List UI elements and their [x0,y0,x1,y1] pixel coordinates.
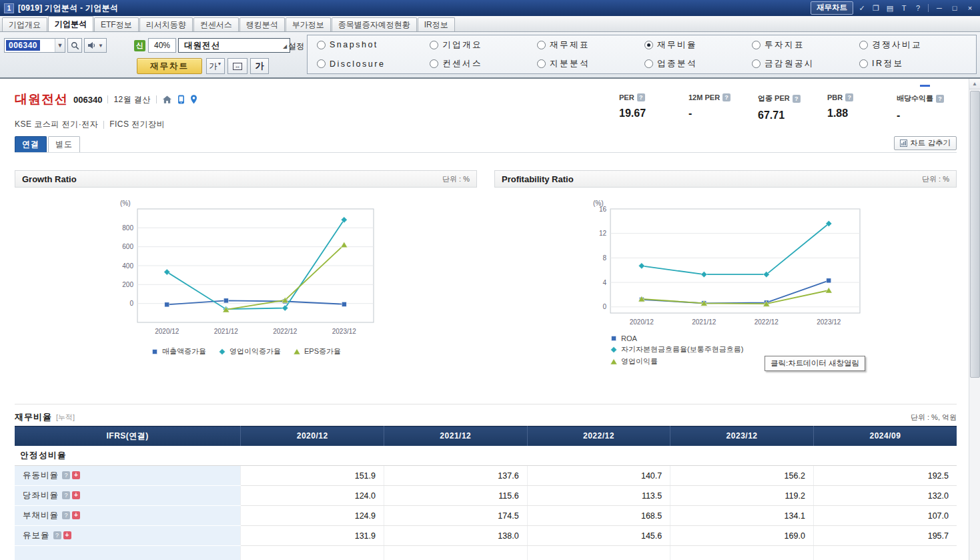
settings-icon: ◢ [283,43,287,49]
view-option-금감원공시[interactable]: 금감원공시 [752,58,859,69]
hide-chart-button[interactable]: 차트 감추기 [894,136,957,150]
subtab-연결[interactable]: 연결 [15,136,47,152]
view-option-컨센서스[interactable]: 컨센서스 [430,58,537,69]
fit-width-button[interactable]: ↔ [227,58,248,74]
add-icon[interactable]: + [72,471,80,479]
titlebar-finance-chart-button[interactable]: 재무차트 [811,1,853,15]
view-option-Disclosure[interactable]: Disclosure [317,59,430,69]
radio-icon[interactable] [752,59,761,68]
scrollbar-thumb[interactable] [970,91,980,378]
mobile-icon[interactable] [177,95,185,104]
text-icon[interactable]: T [899,4,909,12]
help-icon[interactable]: ? [845,93,853,101]
radio-icon[interactable] [859,41,868,49]
radio-icon[interactable] [430,59,438,68]
chart-header: Profitability Ratio 단위 : % [494,170,957,188]
finance-chart-button[interactable]: 재무차트 [137,58,202,74]
help-icon[interactable]: ? [722,93,730,101]
menu-tab-기업개요[interactable]: 기업개요 [2,17,47,31]
company-name: 대원전선 [15,91,68,108]
fics-label: FICS 전기장비 [109,119,165,130]
radio-icon[interactable] [752,41,761,49]
legend-item: 자기자본현금흐름율(보통주현금흐름) [610,344,957,354]
radio-icon[interactable] [537,59,546,68]
view-option-지분분석[interactable]: 지분분석 [537,58,644,69]
view-option-경쟁사비교[interactable]: 경쟁사비교 [859,39,967,51]
radio-icon[interactable] [644,41,653,49]
menu-tab-종목별증자예정현황[interactable]: 종목별증자예정현황 [332,17,417,31]
chevron-down-icon: ▼ [217,61,222,66]
font-increase-button[interactable]: 가 [250,58,269,74]
view-option-투자지표[interactable]: 투자지표 [752,39,859,51]
svg-text:2023/12: 2023/12 [332,328,356,335]
close-button[interactable]: × [964,4,976,12]
value-cell [670,546,814,560]
collapse-dash-icon[interactable] [920,85,930,87]
maximize-button[interactable]: □ [949,4,961,12]
chevron-down-icon[interactable]: ▼ [55,39,65,52]
subtab-별도[interactable]: 별도 [48,136,80,152]
view-option-IR정보[interactable]: IR정보 [859,58,967,69]
scrollbar[interactable]: ▲ [969,79,980,560]
radio-icon[interactable] [644,59,653,68]
menu-tab-리서치동향[interactable]: 리서치동향 [139,17,193,31]
legend-label: 영업이익증가율 [229,346,281,356]
help-icon[interactable]: ? [637,93,645,101]
metric-label: 업종 PER? [758,93,810,103]
check-icon[interactable]: ✓ [857,4,867,13]
svg-text:2020/12: 2020/12 [629,318,654,326]
location-icon[interactable] [190,95,197,104]
window-copy-icon[interactable]: ❐ [871,4,881,13]
legend-label: 매출액증가율 [162,346,206,356]
add-icon[interactable]: + [63,531,71,539]
ratio-select[interactable]: 40% [148,38,176,53]
view-option-label: 투자지표 [765,39,805,51]
settings-button[interactable]: ◢ 설정 [283,41,304,52]
help-icon[interactable]: ? [936,95,944,103]
radio-icon[interactable] [317,59,326,68]
divider [928,4,929,12]
add-icon[interactable]: + [72,491,80,499]
svg-text:400: 400 [122,262,133,270]
menu-tab-기업분석[interactable]: 기업분석 [48,16,93,31]
minimize-button[interactable]: ─ [933,4,945,12]
menu-tab-ETF정보[interactable]: ETF정보 [94,17,139,31]
help-icon[interactable]: ? [62,511,70,519]
value-cell: 124.9 [241,506,384,526]
view-option-기업개요[interactable]: 기업개요 [430,39,537,51]
view-option-Snapshot[interactable]: Snapshot [317,40,430,49]
hide-chart-label: 차트 감추기 [910,138,951,148]
table-row-partial [15,546,957,560]
view-option-재무제표[interactable]: 재무제표 [537,39,644,51]
menu-tab-IR정보[interactable]: IR정보 [418,17,455,31]
radio-icon[interactable] [537,41,546,49]
radio-icon[interactable] [859,59,868,68]
view-option-재무비율[interactable]: 재무비율 [644,39,752,51]
add-icon[interactable]: + [72,511,80,519]
font-decrease-button[interactable]: 가▼ [206,58,225,74]
profitability-ratio-chart[interactable]: 0481216(%)2020/122021/122022/122023/12 [576,198,876,330]
radio-icon[interactable] [430,41,438,49]
growth-ratio-chart[interactable]: 0200400600800(%)2020/122021/122022/12202… [103,198,390,340]
chevron-down-icon[interactable]: ▼ [98,43,103,49]
help-icon[interactable]: ? [53,531,61,539]
help-icon[interactable]: ? [913,4,923,12]
radio-icon[interactable] [317,41,326,49]
menu-tab-컨센서스[interactable]: 컨센서스 [193,17,239,31]
metric-label: 12M PER? [688,93,741,101]
scroll-up-button[interactable]: ▲ [969,79,980,89]
svg-text:12: 12 [598,230,606,237]
help-icon[interactable]: ? [793,95,801,103]
menu-tab-랭킹분석[interactable]: 랭킹분석 [239,17,285,31]
search-button[interactable] [67,38,82,53]
menu-tab-부가정보[interactable]: 부가정보 [286,17,331,31]
stock-code-input[interactable]: 006340 ▼ [4,38,65,53]
stock-name-field[interactable]: 대원전선 [178,38,290,53]
grid-icon[interactable]: ▤ [885,4,895,13]
home-icon[interactable] [162,95,172,104]
help-icon[interactable]: ? [62,471,70,479]
column-header: 2022/12 [527,427,670,446]
view-option-업종분석[interactable]: 업종분석 [644,58,752,69]
audio-button[interactable]: ▼ [84,38,107,53]
help-icon[interactable]: ? [62,491,70,499]
